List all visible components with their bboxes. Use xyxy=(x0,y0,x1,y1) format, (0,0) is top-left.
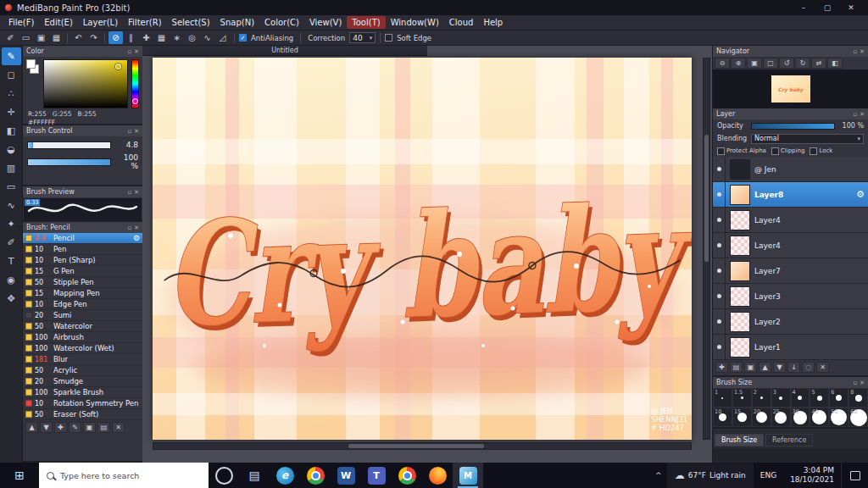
brush-size-cell-8[interactable]: 8 xyxy=(849,388,868,408)
marquee-icon[interactable]: ▭ xyxy=(19,31,33,44)
close-panel-icon[interactable]: ✕ xyxy=(860,48,865,55)
maximize-button[interactable]: ▢ xyxy=(815,0,839,15)
move-tool[interactable]: ✛ xyxy=(2,103,21,121)
menu-item-filter-r[interactable]: Filter(R) xyxy=(123,16,167,29)
layer-item-layer4[interactable]: Layer4 xyxy=(713,208,868,233)
float-panel-icon[interactable]: ▫ xyxy=(127,225,131,231)
brush-folder-button[interactable]: ▤ xyxy=(97,422,110,433)
layer-option-protect-alpha[interactable]: Protect Alpha xyxy=(717,147,766,155)
gear-icon[interactable]: ⚙ xyxy=(133,234,140,242)
brush-item-edge-pen[interactable]: 10Edge Pen xyxy=(23,299,142,310)
rotate-right-button[interactable]: ↻ xyxy=(795,58,810,69)
brush-item-acrylic[interactable]: 50Acrylic xyxy=(23,365,142,376)
visibility-toggle[interactable] xyxy=(713,309,726,335)
snap-cross-icon[interactable]: ✚ xyxy=(139,31,153,44)
add-folder-button[interactable]: ▤ xyxy=(730,362,743,373)
brush-item-pencil[interactable]: 4.8Pencil⚙ xyxy=(23,233,142,244)
edit-brush-button[interactable]: ✎ xyxy=(69,422,81,433)
taskbar-search[interactable]: Type here to search xyxy=(39,463,209,488)
taskbar-app-edge[interactable]: e xyxy=(270,463,300,488)
taskbar-app-chrome[interactable] xyxy=(300,463,331,488)
brush-size-slider[interactable]: 4.8 xyxy=(23,136,142,149)
brush-item-sumi[interactable]: 20Sumi xyxy=(23,310,142,321)
visibility-toggle[interactable] xyxy=(713,284,726,309)
hand-tool[interactable]: ✥ xyxy=(2,290,21,308)
magic-wand-tool[interactable]: ✦ xyxy=(2,215,21,233)
brush-size-cell-1-5[interactable]: 1.5 xyxy=(732,388,752,408)
horizontal-scrollbar[interactable] xyxy=(153,442,692,450)
language-indicator[interactable]: ENG xyxy=(754,463,783,488)
float-panel-icon[interactable]: ▫ xyxy=(853,380,857,386)
brush-item-airbrush[interactable]: 100Airbrush xyxy=(23,332,142,343)
canvas[interactable]: Cry baby Cry baby @ JEN SHENNJ31 # HD247 xyxy=(153,58,692,440)
saturation-value-picker[interactable] xyxy=(43,59,128,108)
layer-item-layer3[interactable]: Layer3 xyxy=(713,284,868,309)
brush-item-mapping-pen[interactable]: 15Mapping Pen xyxy=(23,288,142,299)
duplicate-brush-button[interactable]: ▣ xyxy=(83,422,96,433)
float-panel-icon[interactable]: ▫ xyxy=(127,189,131,196)
taskbar-app-chrome-profile[interactable] xyxy=(392,463,422,488)
merge-layer-button[interactable]: ↓ xyxy=(787,362,800,373)
brush-size-cell-10[interactable]: 10 xyxy=(713,408,732,427)
brush-item-watercolor-wet[interactable]: 100Watercolor (Wet) xyxy=(23,343,142,354)
fit-to-window-button[interactable]: ▢ xyxy=(763,58,778,69)
visibility-toggle[interactable] xyxy=(713,258,726,284)
visibility-toggle[interactable] xyxy=(713,182,726,208)
snap-circle-icon[interactable]: ◎ xyxy=(185,31,199,44)
tab-brush-size[interactable]: Brush Size xyxy=(715,434,764,446)
brush-item-blur[interactable]: 181Blur xyxy=(23,354,142,365)
taskbar-app-task-view[interactable]: ▤ xyxy=(239,463,270,488)
float-panel-icon[interactable]: ▫ xyxy=(127,48,131,55)
gear-icon[interactable]: ⚙ xyxy=(853,189,868,200)
menu-item-edit-e[interactable]: Edit(E) xyxy=(39,16,78,29)
visibility-toggle[interactable] xyxy=(713,208,726,233)
close-panel-icon[interactable]: ✕ xyxy=(134,48,139,55)
taskbar-app-firefox[interactable] xyxy=(422,463,453,488)
document-tab[interactable]: Untitled xyxy=(142,46,427,56)
eyedropper-tool[interactable]: ◉ xyxy=(2,271,21,289)
reset-view-button[interactable]: ⇄ xyxy=(811,58,826,69)
brush-opacity-slider[interactable]: 100 % xyxy=(23,149,142,170)
add-brush-button[interactable]: ✚ xyxy=(54,422,67,433)
lasso-tool[interactable]: ∿ xyxy=(2,197,21,214)
gradient-tool[interactable]: ▥ xyxy=(2,159,21,177)
layer-option-clipping[interactable]: Clipping xyxy=(771,147,805,155)
hue-slider[interactable] xyxy=(131,59,139,108)
snap-off-icon[interactable]: ⊘ xyxy=(108,31,123,44)
brush-size-cell-3[interactable]: 3 xyxy=(771,388,791,408)
visibility-toggle[interactable] xyxy=(713,335,726,360)
select-pen-tool[interactable]: ✐ xyxy=(2,234,21,252)
select-pen-icon[interactable]: ✐ xyxy=(3,31,18,44)
fill-tool[interactable]: ◧ xyxy=(2,122,21,140)
close-panel-icon[interactable]: ✕ xyxy=(134,189,139,196)
menu-item-help[interactable]: Help xyxy=(478,16,508,29)
text-tool[interactable]: T xyxy=(2,252,21,270)
layer-opacity-slider[interactable] xyxy=(751,123,835,130)
brush-item-eraser-soft[interactable]: 50Eraser (Soft) xyxy=(23,409,142,420)
visibility-toggle[interactable] xyxy=(713,157,726,182)
snap-parallel-icon[interactable]: ∥ xyxy=(124,31,138,44)
move-layer-up-button[interactable]: ▲ xyxy=(759,362,771,373)
snap-curve-icon[interactable]: ∿ xyxy=(200,31,214,44)
dot-pen-tool[interactable]: ∴ xyxy=(2,85,21,103)
brush-size-cell-40[interactable]: 40 xyxy=(810,408,829,427)
close-panel-icon[interactable]: ✕ xyxy=(860,111,865,118)
brush-size-cell-30[interactable]: 30 xyxy=(791,408,810,427)
layer-item-layer4[interactable]: Layer4 xyxy=(713,233,868,258)
menu-item-color-c[interactable]: Color(C) xyxy=(259,16,304,29)
flip-horizontal-button[interactable]: ◧ xyxy=(827,58,843,69)
brush-item-watercolor[interactable]: 50Watercolor xyxy=(23,321,142,332)
delete-brush-button[interactable]: ✕ xyxy=(112,422,125,433)
zoom-out-button[interactable]: ⊖ xyxy=(715,58,730,69)
brush-size-cell-4[interactable]: 4 xyxy=(791,388,810,408)
brush-size-cell-2[interactable]: 2 xyxy=(752,388,771,408)
layer-item-layer8[interactable]: Layer8⚙ xyxy=(713,182,868,208)
horizontal-scrollbar-thumb[interactable] xyxy=(348,444,484,448)
clear-layer-button[interactable]: ◌ xyxy=(802,362,815,373)
menu-item-window-w[interactable]: Window(W) xyxy=(386,16,444,29)
brush-size-cell-5[interactable]: 5 xyxy=(810,388,829,408)
float-panel-icon[interactable]: ▫ xyxy=(127,128,131,135)
layer-option-lock[interactable]: Lock xyxy=(810,147,832,155)
weather-widget[interactable]: ☁ 67°F Light rain xyxy=(667,463,754,488)
duplicate-layer-button[interactable]: ▣ xyxy=(744,362,757,373)
